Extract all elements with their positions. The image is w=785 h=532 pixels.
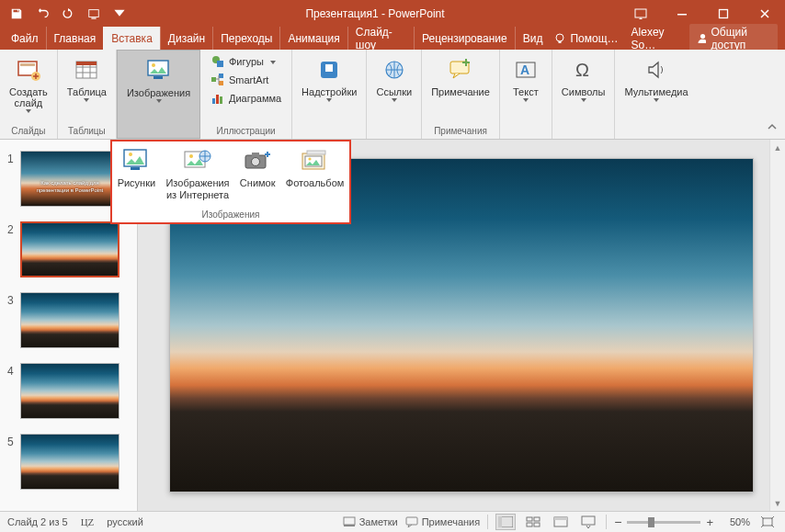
zoom-slider[interactable]: − + 50% [614, 515, 750, 529]
tab-insert[interactable]: Вставка [103, 27, 160, 50]
slide-thumbnail-2[interactable] [20, 221, 119, 277]
redo-button[interactable] [57, 3, 79, 25]
comments-pane-button[interactable]: Примечания [405, 516, 481, 527]
svg-rect-22 [216, 95, 219, 104]
images-dropdown-panel: Рисунки Изображения из Интернета Снимок … [110, 140, 351, 224]
scroll-up-button[interactable]: ▲ [770, 140, 785, 155]
group-comments: Примечание Примечания [422, 50, 500, 139]
zoom-thumb[interactable] [648, 517, 654, 527]
save-button[interactable] [6, 3, 28, 25]
slide-sorter-view-button[interactable] [523, 514, 543, 530]
svg-rect-20 [219, 81, 223, 85]
group-label-slides: Слайды [11, 126, 45, 139]
new-slide-icon [14, 55, 43, 85]
zoom-out-button[interactable]: − [614, 515, 621, 529]
addins-button[interactable]: Надстройки [298, 53, 360, 104]
shapes-button[interactable]: Фигуры [207, 53, 285, 70]
table-button[interactable]: Таблица [63, 53, 110, 104]
svg-rect-43 [307, 151, 325, 154]
svg-rect-54 [554, 517, 567, 520]
group-label-illustrations: Иллюстрации [217, 126, 276, 139]
scroll-down-button[interactable]: ▼ [770, 495, 785, 511]
svg-rect-21 [212, 98, 215, 104]
svg-point-15 [152, 63, 155, 67]
group-tables: Таблица Таблицы [58, 50, 117, 139]
slide-counter[interactable]: Слайд 2 из 5 [7, 516, 68, 527]
tab-animations[interactable]: Анимация [279, 27, 347, 50]
group-slides: Создать слайд Слайды [0, 50, 58, 139]
tab-home[interactable]: Главная [46, 27, 104, 50]
tab-review[interactable]: Рецензирование [414, 27, 515, 50]
zoom-level[interactable]: 50% [719, 516, 750, 527]
zoom-track[interactable] [627, 521, 700, 524]
slide-thumbnail-5[interactable] [20, 434, 119, 490]
vertical-scrollbar[interactable]: ▲ ▼ [769, 140, 785, 511]
new-slide-button[interactable]: Создать слайд [6, 53, 51, 115]
pictures-from-file-button[interactable]: Рисунки [118, 147, 156, 189]
table-icon [72, 55, 101, 85]
tab-slideshow[interactable]: Слайд-шоу [347, 27, 414, 50]
svg-rect-19 [219, 74, 223, 78]
account-button[interactable]: Alexey So… [628, 26, 685, 51]
svg-point-7 [700, 34, 705, 39]
thumb-number: 3 [7, 292, 20, 307]
svg-rect-14 [154, 76, 163, 79]
reading-view-button[interactable] [551, 514, 571, 530]
spellcheck-button[interactable]: ЦZ [81, 516, 95, 527]
links-button[interactable]: Ссылки [372, 53, 415, 104]
shapes-icon [210, 54, 225, 69]
smartart-button[interactable]: SmartArt [207, 72, 285, 88]
svg-rect-12 [76, 62, 97, 65]
fit-to-window-button[interactable] [757, 514, 778, 530]
screenshot-button[interactable]: Снимок [240, 147, 276, 189]
start-from-beginning-button[interactable] [83, 3, 105, 25]
svg-rect-46 [406, 517, 417, 525]
language-button[interactable]: русский [107, 516, 142, 527]
normal-view-button[interactable] [495, 514, 516, 530]
svg-rect-1 [91, 17, 96, 18]
collapse-ribbon-button[interactable] [767, 122, 778, 135]
svg-rect-32 [131, 167, 140, 170]
chart-button[interactable]: Диаграмма [207, 90, 285, 107]
ribbon-display-options-button[interactable] [620, 0, 661, 27]
svg-rect-51 [527, 523, 532, 526]
qat-customize-dropdown[interactable] [108, 3, 131, 25]
speaker-icon [642, 55, 671, 85]
chart-icon [210, 91, 225, 106]
close-button[interactable] [744, 0, 785, 27]
notes-button[interactable]: Заметки [343, 516, 398, 527]
slide-thumbnail-1[interactable]: Как сделать слайд для презентации в Powe… [20, 151, 119, 207]
slide-thumbnail-3[interactable] [20, 292, 119, 348]
svg-point-42 [308, 157, 311, 160]
group-label-comments: Примечания [434, 126, 487, 139]
online-pictures-button[interactable]: Изображения из Интернета [165, 147, 229, 201]
svg-rect-0 [89, 9, 99, 17]
tab-file[interactable]: Файл [4, 27, 46, 50]
textbox-icon: A [511, 55, 540, 85]
tab-design[interactable]: Дизайн [160, 27, 212, 50]
comment-button[interactable]: Примечание [427, 53, 494, 99]
ribbon-tab-row: Файл Главная Вставка Дизайн Переходы Ани… [0, 27, 785, 50]
minimize-button[interactable] [661, 0, 702, 27]
tab-view[interactable]: Вид [515, 27, 551, 50]
notes-icon [343, 516, 356, 527]
comment-icon [446, 55, 475, 85]
group-media: Мультимедиа [615, 50, 697, 139]
share-button[interactable]: Общий доступ [689, 24, 778, 53]
text-button[interactable]: A Текст [506, 53, 546, 104]
svg-rect-45 [344, 525, 355, 526]
group-addins: Надстройки [292, 50, 367, 139]
scroll-track[interactable] [772, 155, 783, 495]
photo-album-button[interactable]: Фотоальбом [286, 147, 345, 189]
svg-rect-38 [252, 153, 259, 156]
slide-thumbnail-4[interactable] [20, 363, 119, 419]
zoom-in-button[interactable]: + [706, 515, 713, 529]
undo-button[interactable] [31, 3, 53, 25]
slideshow-view-button[interactable] [578, 514, 598, 530]
symbols-button[interactable]: Ω Символы [558, 53, 609, 104]
media-button[interactable]: Мультимедиа [620, 53, 691, 104]
tell-me-button[interactable]: Помощ… [550, 32, 621, 45]
images-button-pressed[interactable]: Изображения [123, 54, 194, 105]
tab-transitions[interactable]: Переходы [212, 27, 279, 50]
maximize-button[interactable] [702, 0, 744, 27]
